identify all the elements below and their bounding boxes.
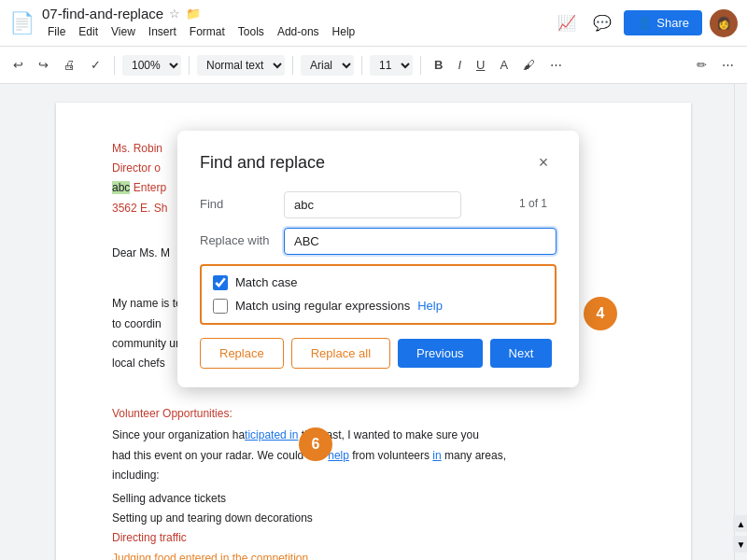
edit-mode-button[interactable]: ✏: [691, 55, 712, 75]
doc-line-20: Judging food entered in the competition: [112, 550, 635, 560]
menu-bar: File Edit View Insert Format Tools Add-o…: [42, 23, 545, 40]
menu-tools[interactable]: Tools: [233, 23, 270, 40]
replace-all-button[interactable]: Replace all: [291, 338, 390, 369]
menu-addons[interactable]: Add-ons: [272, 23, 325, 40]
match-case-checkbox[interactable]: [213, 275, 228, 290]
doc-text-dear: Dear Ms. M: [112, 246, 170, 259]
regex-row[interactable]: Match using regular expressions Help: [213, 297, 543, 316]
menu-view[interactable]: View: [106, 23, 141, 40]
toolbar-sep-3: [292, 56, 293, 75]
top-bar: 📄 07-find-and-replace ☆ 📁 File Edit View…: [0, 0, 747, 47]
doc-line-14: Since your organization haticipated in t…: [112, 427, 635, 444]
scroll-down-arrow[interactable]: ▼: [733, 536, 748, 553]
doc-text-in: in: [432, 449, 441, 462]
doc-line-19: Directing traffic: [112, 529, 635, 547]
doc-line-18: Setting up and tearing down decorations: [112, 510, 635, 527]
find-count: 1 of 1: [519, 196, 547, 214]
callout-6-label: 6: [312, 432, 320, 456]
regex-checkbox[interactable]: [213, 299, 228, 314]
replace-button[interactable]: Replace: [200, 338, 284, 369]
find-replace-dialog: Find and replace × Find 1 of 1 Replace w…: [177, 131, 579, 387]
redo-button[interactable]: ↪: [33, 55, 54, 75]
doc-text-volunteer-header: Volunteer Opportunities:: [112, 407, 233, 420]
doc-text-radar: had this event on your radar. We could u…: [112, 449, 328, 462]
regex-label: Match using regular expressions: [235, 297, 410, 316]
doc-text-community: community ure: [112, 337, 186, 350]
doc-line-13: Volunteer Opportunities:: [112, 405, 635, 423]
toolbar: ↩ ↪ 🖨 ✓ 100% Normal text Arial 11 B I U …: [0, 47, 747, 84]
avatar[interactable]: 👩: [710, 9, 738, 37]
toolbar-sep-4: [361, 56, 362, 75]
doc-text-since: Since your organization ha: [112, 428, 245, 441]
top-right: 📈 💬 👤 Share 👩: [553, 9, 738, 37]
menu-insert[interactable]: Insert: [143, 23, 182, 40]
dialog-header: Find and replace ×: [200, 149, 557, 176]
scroll-up-arrow[interactable]: ▲: [733, 515, 748, 532]
doc-title-text: 07-find-and-replace: [42, 6, 163, 21]
match-case-row[interactable]: Match case: [213, 273, 543, 293]
undo-button[interactable]: ↩: [7, 55, 29, 75]
highlight-button[interactable]: 🖌: [517, 55, 541, 75]
zoom-select[interactable]: 100%: [122, 55, 181, 76]
print-button[interactable]: 🖨: [58, 55, 81, 75]
doc-text-3562: 3562 E. Sh: [112, 202, 167, 215]
replace-row: Replace with: [200, 228, 557, 255]
bold-button[interactable]: B: [429, 55, 448, 75]
doc-text-many: many areas,: [442, 449, 506, 462]
menu-file[interactable]: File: [42, 23, 71, 40]
dialog-close-button[interactable]: ×: [530, 149, 557, 175]
doc-line-15: had this event on your radar. We could u…: [112, 447, 635, 465]
match-case-label: Match case: [235, 273, 297, 293]
share-button[interactable]: 👤 Share: [624, 10, 702, 35]
doc-text-ms-robin: Ms. Robin: [112, 142, 162, 155]
doc-text-director: Director o: [112, 161, 161, 175]
dialog-title: Find and replace: [200, 149, 325, 176]
doc-text-tickets: Selling advance tickets: [112, 492, 226, 505]
doc-text-including: including:: [112, 469, 160, 482]
options-box: Match case Match using regular expressio…: [200, 264, 557, 326]
font-select[interactable]: Arial: [301, 55, 354, 76]
replace-label: Replace with: [200, 231, 284, 251]
callout-6: 6: [299, 427, 332, 461]
dialog-buttons: Replace Replace all Previous Next: [200, 338, 557, 369]
toolbar-sep-2: [189, 56, 190, 75]
comments-icon[interactable]: 💬: [588, 9, 616, 37]
spellcheck-button[interactable]: ✓: [85, 55, 106, 75]
more-format-button[interactable]: ⋯: [544, 55, 568, 75]
callout-4: 4: [584, 297, 617, 330]
doc-line-17: Selling advance tickets: [112, 490, 635, 508]
menu-format[interactable]: Format: [184, 23, 231, 40]
doc-line-16: including:: [112, 467, 635, 484]
replace-input[interactable]: [284, 228, 557, 255]
text-color-button[interactable]: A: [494, 55, 514, 75]
italic-button[interactable]: I: [452, 55, 467, 75]
style-select[interactable]: Normal text: [197, 55, 285, 76]
find-input[interactable]: [284, 191, 461, 218]
menu-edit[interactable]: Edit: [73, 23, 104, 40]
share-label: Share: [656, 16, 689, 30]
doc-text-directing: Directing traffic: [112, 531, 187, 544]
menu-help[interactable]: Help: [327, 23, 361, 40]
previous-button[interactable]: Previous: [398, 339, 483, 368]
doc-title-area: 07-find-and-replace ☆ 📁 File Edit View I…: [42, 6, 545, 40]
folder-icon[interactable]: 📁: [186, 7, 201, 21]
doc-page: Ms. Robin Director o abc Enterp 3562 E. …: [56, 103, 691, 560]
doc-text-decorations: Setting up and tearing down decorations: [112, 511, 313, 525]
share-icon: 👤: [637, 16, 652, 30]
underline-button[interactable]: U: [471, 55, 490, 75]
font-size-select[interactable]: 11: [370, 55, 413, 76]
doc-area: Ms. Robin Director o abc Enterp 3562 E. …: [0, 84, 747, 560]
doc-title-row: 07-find-and-replace ☆ 📁: [42, 6, 545, 21]
more-button[interactable]: ⋯: [716, 55, 740, 75]
find-label: Find: [200, 195, 284, 215]
doc-text-from: from volunteers: [349, 449, 432, 462]
next-button[interactable]: Next: [490, 339, 553, 368]
help-link[interactable]: Help: [417, 297, 443, 316]
doc-text-enterp: Enterp: [134, 181, 166, 194]
toolbar-sep-1: [114, 56, 115, 75]
scrollbar-area: ▲ ▼: [734, 84, 747, 560]
callout-4-label: 4: [597, 301, 605, 326]
doc-text-ticipated: ticipated in: [245, 428, 298, 441]
analytics-icon[interactable]: 📈: [553, 9, 581, 37]
star-icon[interactable]: ☆: [169, 7, 180, 21]
